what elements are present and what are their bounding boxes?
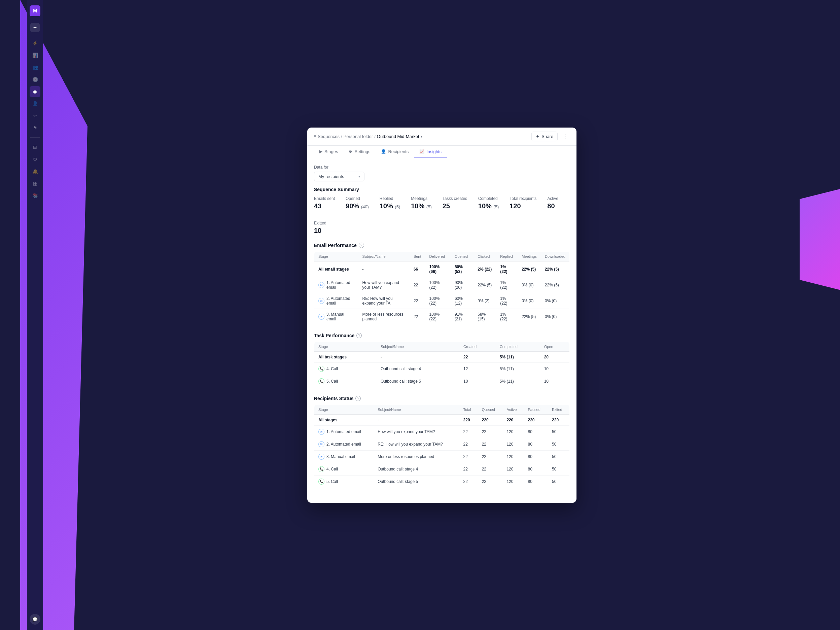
breadcrumb-folder[interactable]: Personal folder (344, 134, 373, 139)
breadcrumb-sep-2: / (374, 134, 376, 139)
table-row: ✉ 1. Automated email How will you expand… (314, 277, 570, 293)
summary-exitted: Exitted 10 (314, 221, 327, 235)
bg-decoration-right (800, 189, 840, 290)
ep-row3-replied: 1% (22) (496, 309, 518, 324)
summary-active: Active 80 (547, 196, 558, 210)
sidebar-item-grid[interactable]: ▦ (30, 178, 40, 189)
recipients-status-header: Recipients Status ? (314, 396, 570, 401)
filter-label: Data for (314, 165, 570, 170)
more-button[interactable]: ⋮ (561, 132, 570, 141)
sidebar-item-lightning[interactable]: ⚡ (30, 38, 40, 49)
sidebar-bottom: 💬 (30, 614, 40, 625)
email-stage-icon: ✉ (318, 314, 324, 320)
sidebar-item-users[interactable]: 👥 (30, 62, 40, 73)
ep-row0-subject: - (358, 261, 410, 277)
rs-row3-total: 22 (459, 450, 478, 463)
breadcrumb-current[interactable]: Outbound Mid-Market (377, 134, 419, 139)
ep-col-replied: Replied (496, 251, 518, 261)
summary-replied-value: 10% (5) (380, 202, 400, 210)
summary-grid: Emails sent 43 Opened 90% (40) Replied 1… (314, 196, 570, 235)
ep-row2-replied: 1% (22) (496, 293, 518, 309)
tp-row2-subject: Outbound call: stage 5 (377, 375, 459, 387)
tab-insights[interactable]: 📈 Insights (414, 146, 447, 158)
settings-tab-icon: ⚙ (349, 149, 352, 154)
ep-row1-downloaded: 22% (5) (541, 277, 570, 293)
tp-row1-stage: 📞 4. Call (314, 362, 377, 375)
filter-row: Data for My recipients ▾ (314, 165, 570, 182)
call-stage-icon: 📞 (318, 378, 324, 384)
ep-col-opened: Opened (451, 251, 474, 261)
recipients-status-table: Stage Subject/Name Total Queued Active P… (314, 404, 570, 488)
table-row: All email stages - 66 100% (66) 80% (53)… (314, 261, 570, 277)
sidebar-item-star[interactable]: ☆ (30, 111, 40, 121)
call-stage-icon: 📞 (318, 466, 324, 472)
tp-col-stage: Stage (314, 342, 377, 351)
breadcrumb-sep-1: / (341, 134, 342, 139)
filter-chevron-icon: ▾ (358, 175, 360, 178)
ep-row2-stage: ✉ 2. Automated email (314, 293, 358, 309)
breadcrumb-sequences[interactable]: Sequences (318, 134, 339, 139)
rs-row5-total: 22 (459, 475, 478, 488)
ep-col-meetings: Meetings (518, 251, 541, 261)
summary-completed-label: Completed (478, 196, 499, 201)
filter-select[interactable]: My recipients ▾ (314, 172, 365, 182)
app-window: ≡ Sequences / Personal folder / Outbound… (307, 128, 576, 503)
add-button[interactable]: + (30, 23, 40, 32)
tp-row1-subject: Outbound call: stage 4 (377, 362, 459, 375)
email-performance-table: Stage Subject/Name Sent Delivered Opened… (314, 251, 570, 325)
ep-row0-replied: 1% (22) (496, 261, 518, 277)
summary-meetings-label: Meetings (411, 196, 431, 201)
tp-row0-stage: All task stages (314, 351, 377, 362)
tp-row0-created: 22 (459, 351, 496, 362)
rs-row3-active: 120 (502, 450, 524, 463)
sidebar-item-group[interactable]: ⊞ (30, 142, 40, 152)
tab-settings[interactable]: ⚙ Settings (343, 146, 376, 158)
table-row: 📞 4. Call Outbound call: stage 4 22 22 1… (314, 463, 570, 475)
ep-row1-clicked: 22% (5) (474, 277, 496, 293)
tp-col-created: Created (459, 342, 496, 351)
sidebar-item-flag[interactable]: ⚑ (30, 123, 40, 133)
recipients-status-title: Recipients Status (314, 396, 354, 401)
rs-row0-stage: All stages (314, 414, 374, 425)
ep-row2-downloaded: 0% (0) (541, 293, 570, 309)
sidebar-item-clock[interactable]: 🕐 (30, 74, 40, 85)
sidebar-item-circle[interactable]: ◉ (30, 86, 40, 97)
tp-col-open: Open (540, 342, 570, 351)
sidebar-item-gear[interactable]: ⚙ (30, 154, 40, 164)
summary-total-value: 120 (510, 202, 537, 210)
sidebar-item-chart[interactable]: 📊 (30, 50, 40, 61)
summary-exitted-label: Exitted (314, 221, 327, 226)
ep-row1-opened: 90% (20) (451, 277, 474, 293)
summary-tasks-label: Tasks created (442, 196, 467, 201)
rs-row0-paused: 220 (524, 414, 548, 425)
table-row: All task stages - 22 5% (11) 20 (314, 351, 570, 362)
rs-row4-subject: Outbound call: stage 4 (374, 463, 459, 475)
email-performance-header: Email Performance ? (314, 243, 570, 248)
tab-stages-label: Stages (324, 149, 338, 154)
summary-emails-sent: Emails sent 43 (314, 196, 335, 210)
sidebar-item-bell[interactable]: 🔔 (30, 166, 40, 177)
task-performance-info-icon[interactable]: ? (357, 333, 362, 338)
ep-row3-opened: 91% (21) (451, 309, 474, 324)
rs-row3-queued: 22 (478, 450, 503, 463)
tab-stages[interactable]: ▶ Stages (314, 146, 343, 158)
nav-tabs: ▶ Stages ⚙ Settings 👤 Recipients 📈 Insig… (307, 146, 576, 158)
chat-button[interactable]: 💬 (30, 614, 40, 625)
share-button[interactable]: ✦ Share (531, 132, 557, 141)
rs-row0-subject: - (374, 414, 459, 425)
tab-recipients[interactable]: 👤 Recipients (376, 146, 414, 158)
sidebar-item-person[interactable]: 👤 (30, 98, 40, 109)
ep-col-stage: Stage (314, 251, 358, 261)
ep-row0-sent: 66 (410, 261, 425, 277)
table-row: ✉ 3. Manual email More or less resources… (314, 450, 570, 463)
rs-col-queued: Queued (478, 404, 503, 414)
tp-row1-open: 10 (540, 362, 570, 375)
ep-row0-meetings: 22% (5) (518, 261, 541, 277)
sidebar-item-book[interactable]: 📚 (30, 190, 40, 201)
recipients-status-info-icon[interactable]: ? (355, 396, 361, 401)
email-performance-title: Email Performance (314, 243, 357, 248)
rs-row0-exited: 220 (548, 414, 569, 425)
email-performance-info-icon[interactable]: ? (359, 243, 364, 248)
tp-row2-stage: 📞 5. Call (314, 375, 377, 387)
header-actions: ✦ Share ⋮ (531, 132, 570, 141)
